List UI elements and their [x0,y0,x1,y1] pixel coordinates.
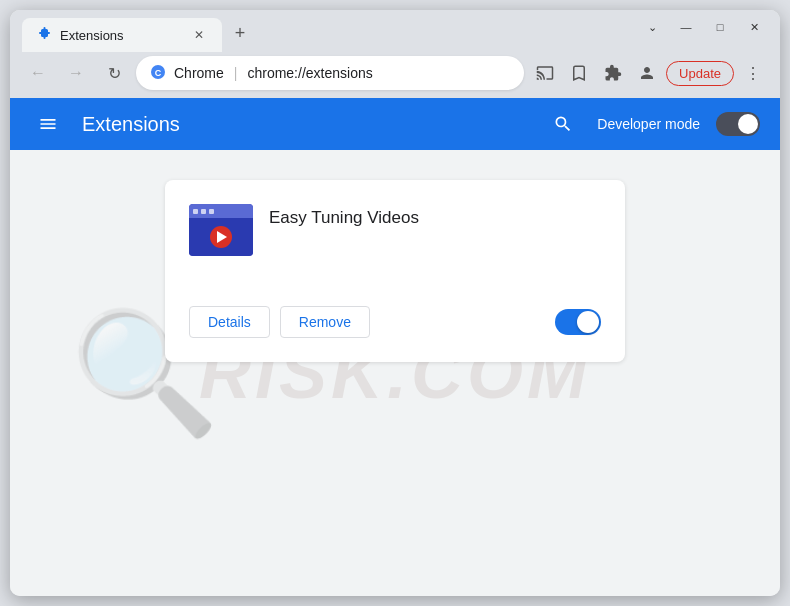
new-tab-button[interactable]: + [226,19,254,47]
minimize-button[interactable]: — [672,18,700,36]
active-tab[interactable]: Extensions ✕ [22,18,222,52]
maximize-button[interactable]: □ [706,18,734,36]
extension-toggle-knob [577,311,599,333]
address-bar: ← → ↻ C Chrome | chrome://extensions [10,52,780,98]
close-button[interactable]: ✕ [740,18,768,36]
address-site-name: Chrome [174,65,224,81]
toolbar-icons: Update ⋮ [530,58,768,88]
reload-button[interactable]: ↻ [98,57,130,89]
cast-button[interactable] [530,58,560,88]
extension-name: Easy Tuning Videos [269,204,419,228]
extensions-title: Extensions [82,113,180,136]
extension-buttons: Details Remove [189,306,370,338]
browser-window: Extensions ✕ + ⌄ — □ ✕ ← → ↻ C Chrome | … [10,10,780,596]
bookmark-button[interactable] [564,58,594,88]
developer-mode-toggle[interactable] [716,112,760,136]
profile-button[interactable] [632,58,662,88]
extension-card-header: Easy Tuning Videos [189,204,601,256]
chevron-button[interactable]: ⌄ [638,18,666,36]
icon-dot-2 [201,209,206,214]
extension-toggle[interactable] [555,309,601,335]
icon-dot-3 [209,209,214,214]
address-url-text: chrome://extensions [247,65,510,81]
hamburger-menu-button[interactable] [30,106,66,142]
developer-mode-label: Developer mode [597,116,700,132]
icon-menubar [189,204,253,218]
svg-text:C: C [155,68,162,78]
extension-card: Easy Tuning Videos Details Remove [165,180,625,362]
extensions-button[interactable] [598,58,628,88]
header-left: Extensions [30,106,180,142]
back-button[interactable]: ← [22,57,54,89]
tab-extension-icon [36,27,52,43]
forward-button[interactable]: → [60,57,92,89]
window-controls: ⌄ — □ ✕ [638,18,768,36]
header-right: Developer mode [545,106,760,142]
icon-body [189,218,253,256]
details-button[interactable]: Details [189,306,270,338]
remove-button[interactable]: Remove [280,306,370,338]
chrome-menu-button[interactable]: ⋮ [738,58,768,88]
extension-icon [189,204,253,256]
play-button-icon [210,226,232,248]
address-separator: | [234,65,238,81]
icon-dot-1 [193,209,198,214]
extensions-content: 🔍 RISK.COM Easy Tu [10,150,780,596]
tab-title-label: Extensions [60,28,182,43]
tab-close-button[interactable]: ✕ [190,26,208,44]
extension-card-footer: Details Remove [189,306,601,338]
search-button[interactable] [545,106,581,142]
title-bar: Extensions ✕ + ⌄ — □ ✕ [10,10,780,52]
play-triangle-icon [217,231,227,243]
update-button[interactable]: Update [666,61,734,86]
toggle-knob [738,114,758,134]
security-icon: C [150,64,166,83]
extensions-header: Extensions Developer mode [10,98,780,150]
address-input[interactable]: C Chrome | chrome://extensions [136,56,524,90]
